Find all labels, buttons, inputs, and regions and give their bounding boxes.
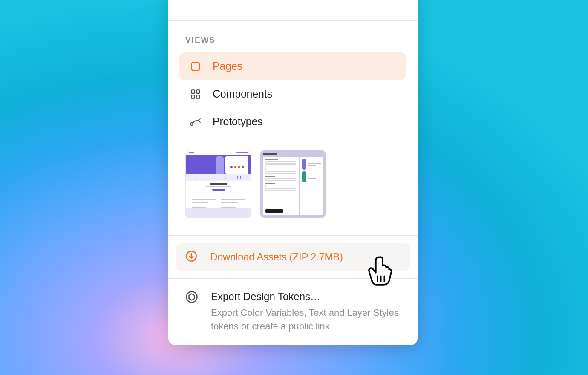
- svg-rect-2: [191, 95, 195, 98]
- pages-icon: [190, 61, 202, 72]
- export-panel: VIEWS Pages Components: [168, 0, 418, 345]
- divider: [168, 235, 418, 236]
- view-item-components[interactable]: Components: [179, 80, 406, 108]
- export-design-tokens-button[interactable]: Export Design Tokens… Export Color Varia…: [168, 279, 418, 333]
- export-tokens-text: Export Design Tokens… Export Color Varia…: [211, 291, 401, 333]
- prototype-thumb-2[interactable]: [260, 150, 326, 218]
- view-label: Prototypes: [213, 115, 263, 128]
- export-tokens-description: Export Color Variables, Text and Layer S…: [211, 306, 401, 333]
- panel-top-spacer: [168, 0, 418, 20]
- prototypes-icon: [190, 116, 202, 128]
- prototype-thumbnails: [168, 136, 418, 235]
- prototype-thumb-1[interactable]: [185, 150, 251, 218]
- download-icon: [185, 250, 197, 264]
- svg-rect-3: [196, 95, 200, 98]
- view-label: Pages: [213, 60, 242, 72]
- export-tokens-title: Export Design Tokens…: [211, 291, 401, 303]
- components-icon: [190, 88, 202, 100]
- svg-marker-7: [189, 294, 195, 300]
- view-item-pages[interactable]: Pages: [179, 52, 406, 80]
- download-assets-label: Download Assets (ZIP 2.7MB): [210, 251, 343, 263]
- view-label: Components: [213, 88, 272, 100]
- svg-rect-0: [191, 90, 195, 93]
- download-assets-button[interactable]: Download Assets (ZIP 2.7MB): [176, 243, 410, 271]
- svg-rect-1: [196, 90, 200, 93]
- target-icon: [185, 291, 198, 333]
- views-list: Pages Components Prototyp: [168, 52, 418, 136]
- views-section-title: VIEWS: [168, 21, 418, 52]
- view-item-prototypes[interactable]: Prototypes: [179, 108, 406, 136]
